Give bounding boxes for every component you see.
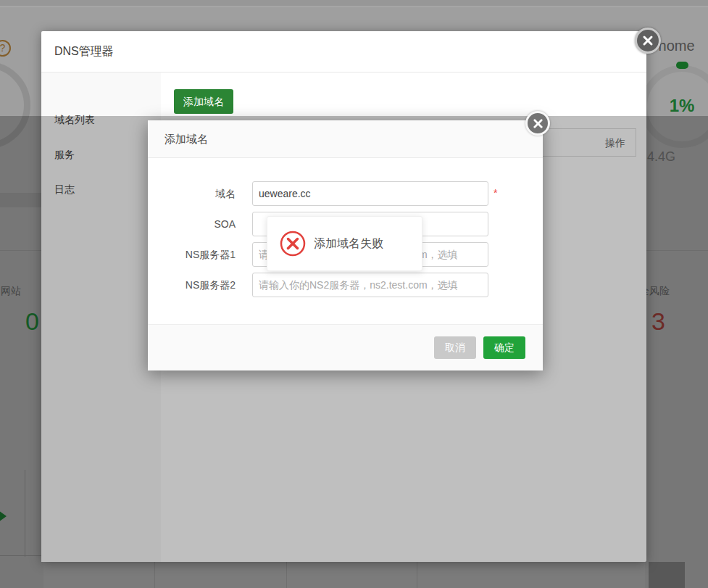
error-toast: 添加域名失败 bbox=[267, 216, 422, 271]
x-glyph bbox=[642, 35, 654, 46]
add-domain-button[interactable]: 添加域名 bbox=[174, 89, 233, 114]
confirm-button[interactable]: 确定 bbox=[483, 336, 525, 359]
add-modal-title: 添加域名 bbox=[164, 133, 208, 146]
required-asterisk: * bbox=[493, 187, 497, 199]
error-icon bbox=[280, 231, 306, 257]
x-glyph bbox=[533, 118, 544, 129]
cancel-button[interactable]: 取消 bbox=[434, 336, 476, 359]
close-icon[interactable] bbox=[525, 111, 550, 136]
dns-modal-title: DNS管理器 bbox=[54, 44, 114, 59]
soa-field-label: SOA bbox=[148, 212, 236, 236]
add-modal-header: 添加域名 bbox=[148, 120, 543, 158]
domain-input[interactable] bbox=[252, 181, 488, 206]
close-icon[interactable] bbox=[635, 28, 661, 54]
ns1-field-label: NS服务器1 bbox=[148, 242, 236, 267]
screen: ? /home 1% 34M / 4.4G 网站 0 安全风险 3 DNS管理器… bbox=[0, 0, 708, 588]
add-modal-footer: 取消 确定 bbox=[148, 324, 543, 370]
ns2-field-label: NS服务器2 bbox=[148, 273, 236, 297]
dns-modal-header: DNS管理器 bbox=[41, 31, 646, 73]
toast-message: 添加域名失败 bbox=[314, 236, 383, 252]
ns2-input[interactable] bbox=[252, 273, 488, 297]
domain-field-label: 域名 bbox=[148, 181, 236, 206]
